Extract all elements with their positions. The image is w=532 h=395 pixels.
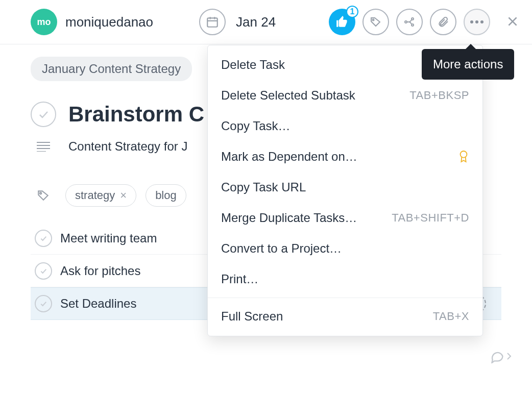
ellipsis-icon: [470, 20, 484, 24]
svg-point-18: [40, 192, 41, 194]
menu-separator: [208, 298, 482, 298]
svg-point-5: [405, 21, 407, 23]
more-actions-menu: Delete TaskDelete Selected SubtaskTAB+BK…: [207, 45, 483, 336]
tag-chip[interactable]: blog: [146, 184, 186, 207]
check-icon: [39, 300, 47, 308]
check-icon: [39, 267, 47, 275]
tag-button[interactable]: [362, 9, 389, 35]
thumbs-up-icon: [335, 15, 349, 29]
like-wrap: 1: [329, 9, 355, 35]
calendar-icon[interactable]: [199, 9, 226, 35]
tag-remove-icon[interactable]: ×: [120, 189, 127, 202]
subtasks-button[interactable]: [396, 9, 423, 35]
task-description[interactable]: Content Strategy for J: [68, 139, 187, 154]
tag-icon: [370, 16, 382, 28]
menu-item-fullscreen[interactable]: Full Screen TAB+X: [208, 301, 482, 332]
flow-icon: [403, 16, 416, 28]
menu-item[interactable]: Mark as Dependent on…: [208, 141, 482, 172]
subtask-complete-button[interactable]: [35, 230, 52, 247]
menu-item-label: Print…: [221, 272, 258, 286]
menu-item-label: Convert to a Project…: [221, 241, 342, 256]
project-chip[interactable]: January Content Strategy: [31, 57, 192, 81]
menu-item-label: Merge Duplicate Tasks…: [221, 211, 357, 225]
tags-icon: [31, 189, 56, 202]
more-actions-tooltip: More actions: [422, 49, 514, 80]
svg-point-4: [373, 19, 374, 21]
complete-task-button[interactable]: [31, 102, 56, 127]
menu-item-label: Copy Task…: [221, 119, 291, 133]
close-icon: [506, 15, 519, 28]
speech-bubble-icon: [490, 349, 504, 363]
tag-chip[interactable]: strategy×: [65, 184, 136, 207]
menu-item[interactable]: Merge Duplicate Tasks…TAB+SHIFT+D: [208, 203, 482, 233]
assignee-avatar[interactable]: mo: [31, 9, 57, 35]
menu-item[interactable]: Convert to a Project…: [208, 233, 482, 264]
header-actions: 1: [329, 9, 490, 35]
check-icon: [39, 234, 47, 242]
svg-point-8: [470, 20, 473, 23]
paperclip-icon: [437, 16, 449, 28]
menu-item-label: Delete Selected Subtask: [221, 88, 355, 103]
menu-item[interactable]: Print…: [208, 264, 482, 294]
svg-point-6: [412, 18, 414, 20]
menu-item[interactable]: Delete Selected SubtaskTAB+BKSP: [208, 80, 482, 111]
due-date-text: Jan 24: [236, 14, 276, 30]
menu-item-shortcut: TAB+X: [433, 310, 469, 323]
svg-point-10: [480, 20, 483, 23]
description-icon: [31, 141, 56, 152]
subtask-complete-button[interactable]: [35, 295, 52, 312]
menu-item-label: Copy Task URL: [221, 180, 306, 194]
chevron-right-icon: [505, 350, 513, 362]
menu-item[interactable]: Copy Task URL: [208, 172, 482, 203]
menu-item-label: Delete Task: [221, 58, 285, 72]
check-icon: [37, 108, 50, 120]
like-count-badge: 1: [346, 6, 358, 18]
menu-item-shortcut: TAB+BKSP: [409, 89, 469, 102]
more-actions-button[interactable]: [464, 9, 490, 35]
menu-item[interactable]: Copy Task…: [208, 111, 482, 141]
svg-rect-0: [207, 18, 217, 27]
due-date-group[interactable]: Jan 24: [199, 9, 276, 35]
subtask-complete-button[interactable]: [35, 262, 52, 280]
svg-point-13: [461, 151, 467, 158]
subtask-details-button[interactable]: [490, 347, 527, 365]
task-title[interactable]: Brainstorm C: [68, 102, 204, 127]
tag-label: strategy: [75, 189, 115, 202]
tag-label: blog: [155, 189, 177, 202]
assignee-username[interactable]: moniquedanao: [65, 14, 153, 30]
attachment-button[interactable]: [430, 9, 456, 35]
task-header: mo moniquedanao Jan 24 1: [0, 0, 532, 44]
menu-item-shortcut: TAB+SHIFT+D: [392, 211, 469, 225]
menu-item-label: Full Screen: [221, 309, 283, 324]
svg-point-9: [475, 20, 478, 23]
menu-item-label: Mark as Dependent on…: [221, 150, 357, 164]
close-button[interactable]: [502, 11, 523, 32]
award-icon: [458, 150, 469, 164]
svg-point-7: [412, 24, 414, 26]
